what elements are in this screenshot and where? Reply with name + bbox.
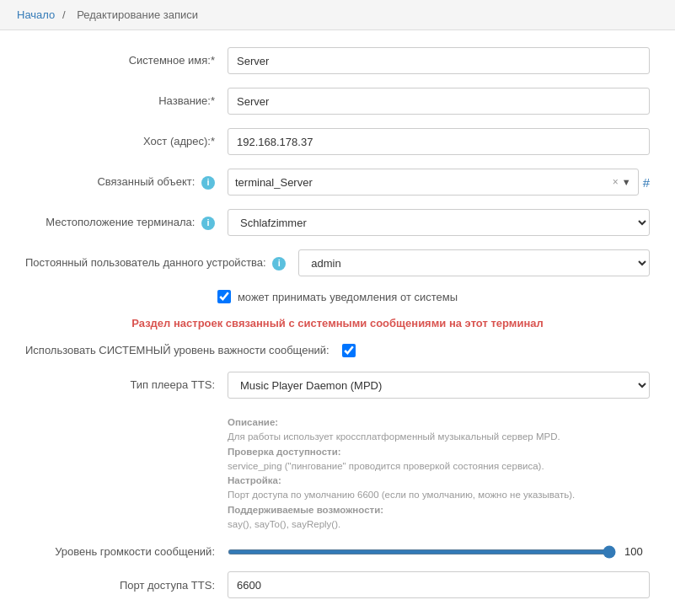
- description-desc-text: Для работы использует кроссплатформенный…: [228, 430, 575, 444]
- description-desc-label: Описание:: [228, 415, 575, 430]
- description-check-label: Проверка доступности:: [228, 445, 575, 459]
- form-container: Системное имя:* Название:* Хост (адрес):…: [0, 30, 675, 616]
- linked-object-value: terminal_Server: [235, 176, 613, 189]
- linked-object-clear-icon[interactable]: ×: [613, 176, 619, 188]
- permanent-user-info-icon[interactable]: i: [272, 257, 286, 271]
- volume-row: Уровень громкости сообщений: 100: [25, 545, 650, 558]
- breadcrumb-home-link[interactable]: Начало: [17, 8, 55, 21]
- terminal-location-info-icon[interactable]: i: [201, 217, 215, 230]
- description-row: Описание: Для работы использует кросспла…: [25, 412, 650, 532]
- tts-port-row: Порт доступа TTS:: [25, 571, 650, 598]
- name-input[interactable]: [228, 88, 650, 115]
- host-row: Хост (адрес):*: [25, 128, 650, 155]
- name-label: Название:*: [25, 94, 228, 109]
- system-name-label: Системное имя:*: [25, 53, 228, 68]
- linked-object-arrow-icon[interactable]: ▼: [622, 177, 631, 187]
- terminal-location-label: Местоположение терминала: i: [25, 215, 228, 230]
- breadcrumb-separator: /: [62, 8, 66, 21]
- host-label: Хост (адрес):*: [25, 134, 228, 149]
- name-row: Название:*: [25, 88, 650, 115]
- section-header: Раздел настроек связанный с системными с…: [25, 317, 650, 329]
- tts-type-select[interactable]: Music Player Daemon (MPD): [228, 372, 650, 399]
- permanent-user-row: Постоянный пользователь данного устройст…: [25, 249, 650, 276]
- description-features-text: say(), sayTo(), sayReply().: [228, 517, 575, 532]
- breadcrumb-current: Редактирование записи: [77, 8, 198, 21]
- notifications-label: может принимать уведомления от системы: [238, 291, 458, 303]
- notifications-row: может принимать уведомления от системы: [25, 290, 650, 303]
- breadcrumb: Начало / Редактирование записи: [0, 0, 675, 30]
- description-block: Описание: Для работы использует кросспла…: [228, 415, 575, 532]
- permanent-user-label: Постоянный пользователь данного устройст…: [25, 255, 298, 271]
- description-features-label: Поддерживаемые возможности:: [228, 503, 575, 517]
- system-level-label: Использовать СИСТЕМНЫЙ уровень важности …: [25, 343, 342, 358]
- description-setup-text: Порт доступа по умолчанию 6600 (если по …: [228, 488, 575, 502]
- tts-port-input[interactable]: [228, 571, 650, 598]
- linked-object-hash-link[interactable]: #: [643, 175, 650, 190]
- linked-object-select[interactable]: terminal_Server × ▼: [228, 169, 639, 196]
- volume-wrapper: 100: [228, 545, 650, 558]
- terminal-location-row: Местоположение терминала: i Schlafzimmer: [25, 209, 650, 236]
- volume-label: Уровень громкости сообщений:: [25, 545, 228, 558]
- system-name-input[interactable]: [228, 47, 650, 74]
- permanent-user-select[interactable]: admin: [298, 249, 650, 276]
- linked-object-wrapper: terminal_Server × ▼ #: [228, 169, 650, 196]
- linked-object-row: Связанный объект: i terminal_Server × ▼ …: [25, 169, 650, 196]
- system-level-checkbox[interactable]: [342, 344, 356, 357]
- system-level-row: Использовать СИСТЕМНЫЙ уровень важности …: [25, 343, 650, 358]
- host-input[interactable]: [228, 128, 650, 155]
- description-setup-label: Настройка:: [228, 474, 575, 488]
- tts-type-row: Тип плеера TTS: Music Player Daemon (MPD…: [25, 372, 650, 399]
- tts-type-label: Тип плеера TTS:: [25, 378, 228, 393]
- system-name-row: Системное имя:*: [25, 47, 650, 74]
- volume-value: 100: [624, 545, 650, 558]
- notifications-checkbox[interactable]: [217, 290, 231, 303]
- linked-object-label: Связанный объект: i: [25, 174, 228, 190]
- volume-slider[interactable]: [228, 549, 616, 554]
- tts-port-label: Порт доступа TTS:: [25, 579, 228, 592]
- terminal-location-select[interactable]: Schlafzimmer: [228, 209, 650, 236]
- linked-object-info-icon[interactable]: i: [201, 176, 215, 190]
- description-check-text: service_ping ("пингование" проводится пр…: [228, 459, 575, 474]
